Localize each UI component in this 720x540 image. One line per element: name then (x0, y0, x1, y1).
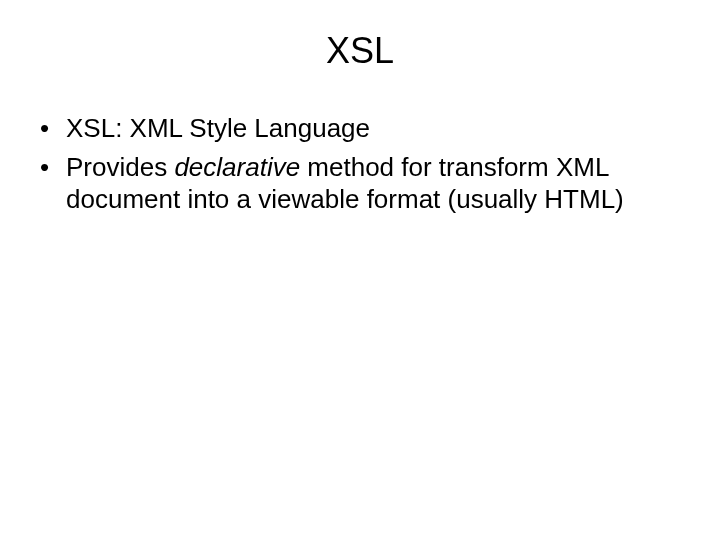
slide-title: XSL (30, 30, 690, 72)
slide: XSL XSL: XML Style Language Provides dec… (0, 0, 720, 540)
bullet-text-pre: Provides (66, 152, 174, 182)
list-item: XSL: XML Style Language (40, 112, 690, 145)
bullet-list: XSL: XML Style Language Provides declara… (30, 112, 690, 216)
list-item: Provides declarative method for transfor… (40, 151, 690, 216)
bullet-text-em: declarative (174, 152, 300, 182)
bullet-text: XSL: XML Style Language (66, 113, 370, 143)
